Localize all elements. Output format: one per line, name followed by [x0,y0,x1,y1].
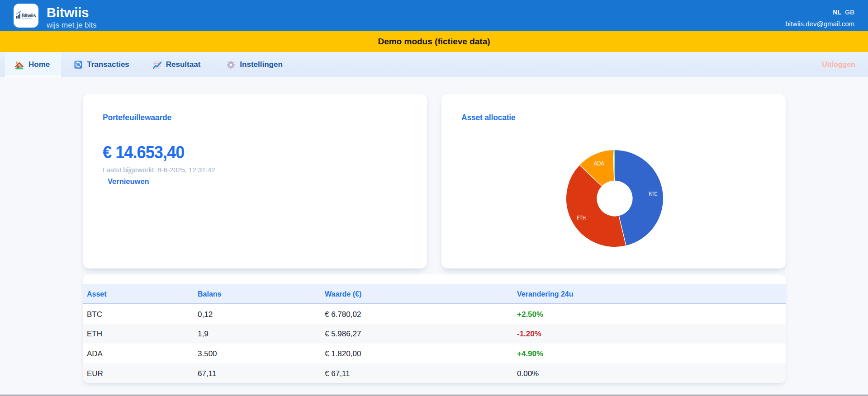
svg-text:BTC: BTC [649,190,658,198]
svg-text:wijs met je bits: wijs met je bits [22,18,32,19]
svg-text:Bitwiis: Bitwiis [22,12,36,18]
svg-text:ADA: ADA [594,160,605,167]
svg-text:ETH: ETH [577,214,586,222]
